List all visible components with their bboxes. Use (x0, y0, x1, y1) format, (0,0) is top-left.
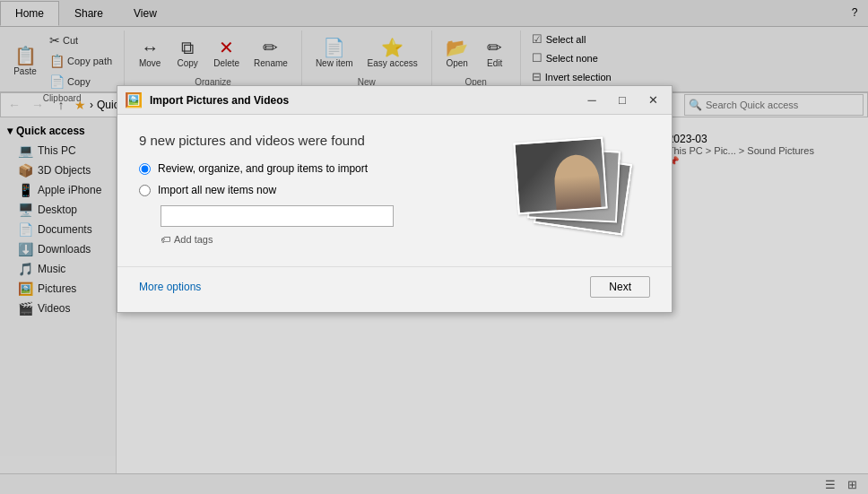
modal-right-panel (507, 133, 650, 245)
option1-radio[interactable] (139, 163, 151, 175)
modal-footer: More options Next (117, 266, 672, 312)
option1-row: Review, organize, and group items to imp… (139, 162, 492, 175)
minimize-button[interactable]: ─ (580, 89, 603, 112)
modal-title: Import Pictures and Videos (150, 94, 573, 107)
close-button[interactable]: ✕ (641, 89, 664, 112)
maximize-button[interactable]: □ (611, 89, 634, 112)
modal-titlebar-icon: 🖼️ (125, 91, 143, 108)
modal-heading: 9 new pictures and videos were found (139, 133, 492, 148)
option2-label[interactable]: Import all new items now (158, 184, 276, 196)
modal-left-panel: 9 new pictures and videos were found Rev… (139, 133, 492, 245)
add-tags-button[interactable]: 🏷 Add tags (161, 234, 492, 245)
photo-stack (511, 140, 646, 238)
modal-overlay: 🖼️ Import Pictures and Videos ─ □ ✕ 9 ne… (0, 0, 868, 494)
option2-row: Import all new items now (139, 184, 492, 196)
tag-input[interactable] (161, 205, 394, 227)
more-options-link[interactable]: More options (139, 281, 201, 293)
modal-body: 9 new pictures and videos were found Rev… (117, 115, 672, 263)
photo-card-front (513, 137, 607, 215)
modal-titlebar: 🖼️ Import Pictures and Videos ─ □ ✕ (117, 86, 672, 115)
option2-radio[interactable] (139, 185, 151, 196)
photo-person (552, 153, 601, 210)
option1-label[interactable]: Review, organize, and group items to imp… (158, 162, 368, 175)
tag-input-area: 🏷 Add tags (161, 205, 492, 245)
next-button[interactable]: Next (590, 276, 650, 298)
tag-icon: 🏷 (161, 234, 170, 245)
import-dialog: 🖼️ Import Pictures and Videos ─ □ ✕ 9 ne… (117, 85, 673, 313)
